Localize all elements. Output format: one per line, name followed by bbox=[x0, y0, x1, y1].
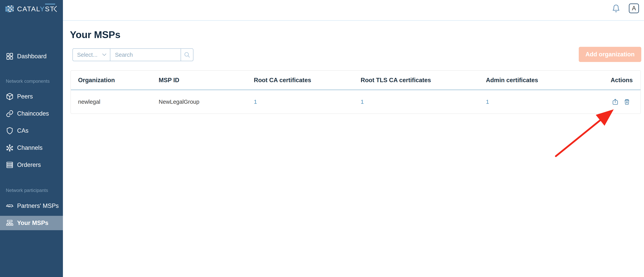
shield-icon bbox=[6, 127, 14, 134]
sidebar-item-label: Peers bbox=[17, 93, 33, 100]
table-header-row: Organization MSP ID Root CA certificates… bbox=[71, 71, 640, 90]
sidebar-item-partners-msps[interactable]: Partners' MSPs bbox=[0, 197, 63, 214]
org-chart-icon bbox=[6, 219, 14, 227]
dashboard-icon bbox=[6, 52, 14, 60]
page-title: Your MSPs bbox=[70, 29, 120, 40]
column-header-organization: Organization bbox=[71, 77, 159, 84]
brand-name: CATALYST bbox=[17, 5, 54, 13]
annotation-arrow bbox=[552, 106, 618, 161]
sidebar-section-network-components: Network components bbox=[6, 78, 50, 84]
sidebar-item-label: Dashboard bbox=[17, 53, 46, 60]
server-stack-icon bbox=[6, 161, 14, 169]
chevron-left-icon bbox=[53, 6, 58, 12]
search-icon bbox=[184, 52, 190, 58]
sidebar-item-label: Partners' MSPs bbox=[17, 202, 59, 210]
filter-select-value: Select... bbox=[77, 52, 98, 58]
sidebar-item-label: Your MSPs bbox=[17, 220, 48, 226]
filter-select-dropdown[interactable]: Select... bbox=[73, 49, 110, 61]
msps-table: Organization MSP ID Root CA certificates… bbox=[70, 70, 641, 114]
column-header-admin-certs: Admin certificates bbox=[486, 77, 595, 84]
sidebar-item-orderers[interactable]: Orderers bbox=[0, 156, 63, 174]
brand-cube-icon bbox=[5, 4, 14, 14]
cell-msp-id: NewLegalGroup bbox=[159, 99, 254, 105]
sidebar-section-network-participants: Network participants bbox=[6, 188, 48, 193]
search-input[interactable] bbox=[110, 49, 180, 61]
sidebar-item-channels[interactable]: Channels bbox=[0, 139, 63, 156]
topbar: A bbox=[63, 0, 644, 21]
add-organization-button[interactable]: Add organization bbox=[579, 47, 641, 62]
chevron-down-icon bbox=[102, 54, 106, 56]
avatar-initial: A bbox=[632, 5, 636, 12]
cube-icon bbox=[6, 93, 14, 100]
cell-root-tls-ca-count-link[interactable]: 1 bbox=[361, 99, 486, 105]
cell-actions bbox=[595, 98, 640, 105]
sidebar-item-chaincodes[interactable]: Chaincodes bbox=[0, 105, 63, 122]
column-header-actions: Actions bbox=[595, 77, 640, 84]
sidebar-collapse-button[interactable] bbox=[52, 5, 58, 13]
search-button[interactable] bbox=[181, 49, 193, 61]
column-header-root-tls-ca: Root TLS CA certificates bbox=[361, 77, 486, 84]
sidebar-item-peers[interactable]: Peers bbox=[0, 88, 63, 105]
sidebar-item-dashboard[interactable]: Dashboard bbox=[0, 48, 63, 65]
sidebar-item-cas[interactable]: CAs bbox=[0, 122, 63, 139]
filter-bar: Select... bbox=[72, 48, 194, 61]
avatar[interactable]: A bbox=[629, 4, 639, 13]
sidebar-item-label: Chaincodes bbox=[17, 110, 49, 117]
sidebar-item-your-msps[interactable]: Your MSPs bbox=[0, 216, 63, 230]
bell-icon bbox=[612, 3, 620, 13]
notifications-button[interactable] bbox=[612, 3, 620, 13]
sidebar-item-label: CAs bbox=[17, 127, 28, 134]
sidebar: CATALYST Dashboard Network components Pe… bbox=[0, 0, 63, 277]
hub-network-icon bbox=[6, 144, 14, 152]
column-header-root-ca: Root CA certificates bbox=[254, 77, 361, 84]
cell-root-ca-count-link[interactable]: 1 bbox=[254, 99, 361, 105]
cell-organization: newlegal bbox=[71, 99, 159, 105]
delete-action-icon[interactable] bbox=[624, 98, 630, 105]
sidebar-item-label: Orderers bbox=[17, 162, 41, 168]
chain-link-icon bbox=[6, 110, 14, 118]
handshake-icon bbox=[6, 202, 14, 210]
sidebar-item-label: Channels bbox=[17, 144, 42, 151]
table-row: newlegal NewLegalGroup 1 1 1 bbox=[71, 90, 640, 114]
export-action-icon[interactable] bbox=[612, 98, 619, 105]
column-header-msp-id: MSP ID bbox=[159, 77, 254, 84]
cell-admin-certs-count-link[interactable]: 1 bbox=[486, 99, 595, 105]
search-field-wrap bbox=[110, 49, 181, 61]
